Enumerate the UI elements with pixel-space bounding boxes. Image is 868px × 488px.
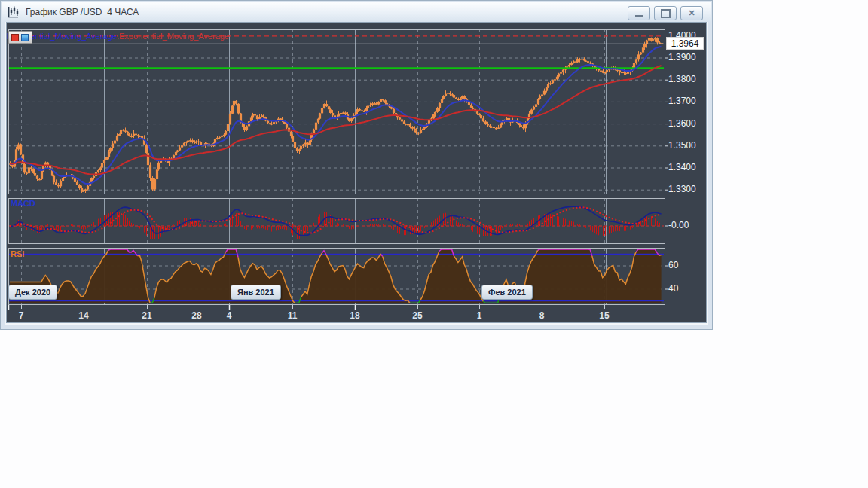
chart-window: 1.40001.39001.38001.37001.36001.35001.34…: [0, 0, 713, 330]
macd-panel-series: [8, 206, 665, 239]
window-controls: ✕: [628, 6, 703, 20]
maximize-icon: [661, 9, 671, 18]
minimize-button[interactable]: [628, 6, 650, 20]
rsi-fill: [10, 249, 662, 303]
close-icon: ✕: [688, 9, 695, 17]
candlestick-chart-icon[interactable]: [8, 5, 21, 19]
macd-panel-label: MACD: [11, 199, 35, 208]
legend-swatch-box: [8, 31, 32, 44]
red-swatch-button[interactable]: [11, 34, 19, 41]
titlebar[interactable]: График GBP /USD 4 ЧАСА ✕: [2, 2, 711, 22]
ema-fast-line: [10, 47, 662, 184]
rsi-panel-series: [8, 249, 665, 303]
close-button[interactable]: ✕: [680, 6, 703, 20]
last-price-badge: 1.3964: [666, 37, 704, 50]
blue-swatch-button[interactable]: [21, 34, 29, 41]
maximize-button[interactable]: [654, 6, 677, 20]
main-panel-series: [8, 36, 665, 193]
rsi-panel-label: RSI: [11, 249, 24, 258]
rsi-line: [659, 255, 662, 256]
legend: Exponential_Moving_Average.Exponential_M…: [7, 30, 229, 42]
panel-border: [9, 199, 665, 244]
legend-ema-slow-label: .Exponential_Moving_Average: [117, 32, 229, 41]
window-title: График GBP /USD 4 ЧАСА: [26, 7, 139, 17]
minimize-icon: [635, 15, 643, 17]
chart-canvas[interactable]: [1, 1, 714, 331]
